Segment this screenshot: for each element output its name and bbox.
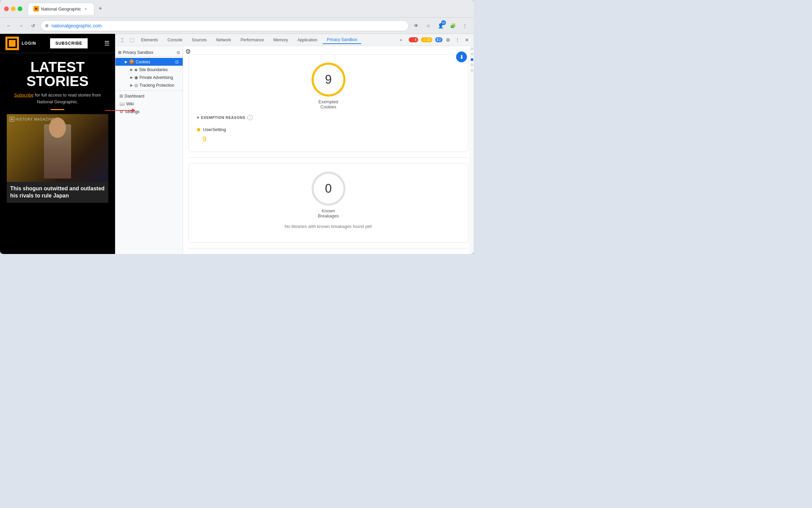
sidebar-item-wiki[interactable]: 📖 Wiki [115,100,183,108]
user-setting-dot [197,128,200,131]
section-divider [188,157,468,158]
private-advertising-expand-icon: ▶ [130,76,133,79]
devtools-settings-icon[interactable]: ⚙ [444,36,452,44]
devtools-dock-icon[interactable]: ⋮ [453,36,461,44]
tab-close-button[interactable]: × [83,6,89,12]
sidebar-separator [115,90,183,91]
url-display: nationalgeographic.com [51,23,102,28]
tab-bar: N National Geographic × + [28,3,470,15]
user-setting-value: 9 [197,135,460,144]
omnibox-icons: 👁 ☆ 👤 45 🧩 ⋮ [411,21,470,30]
forward-button[interactable]: → [16,21,26,30]
tab-privacy-sandbox[interactable]: Privacy Sandbox [323,36,361,44]
sidebar-pin-icon[interactable]: ⊙ [177,50,180,55]
browser-window: N National Geographic × + ← → ↺ ⊕ nation… [0,0,474,254]
new-tab-button[interactable]: + [96,4,105,14]
site-boundaries-icon: ◈ [134,67,138,72]
scroll-dot-2 [471,53,473,56]
filter-icon[interactable]: ⏼ [186,49,190,54]
login-button[interactable]: LOGIN [22,41,36,46]
private-advertising-icon: ◉ [134,75,138,80]
tracking-protection-label: Tracking Protection [139,83,174,88]
section-divider-2 [188,248,468,249]
extensions-icon[interactable]: 🧩 [448,21,457,30]
story-title: This shogun outwitted and outlasted his … [10,185,105,199]
minimize-traffic-light[interactable] [11,6,16,11]
back-button[interactable]: ← [4,21,14,30]
tab-performance[interactable]: Performance [236,36,268,44]
eye-icon[interactable]: 👁 [411,21,421,30]
sidebar-item-private-advertising[interactable]: ▶ ◉ Private Advertising [115,73,183,81]
wiki-label: Wiki [126,102,134,106]
info-icon[interactable]: i [247,115,253,120]
cookies-select-icon[interactable]: ⊡ [175,60,179,64]
scroll-indicators [470,46,474,254]
site-boundaries-expand-icon: ▶ [130,68,133,71]
active-tab[interactable]: N National Geographic × [28,3,94,15]
exemption-title: EXEMPTION REASONS [201,115,245,120]
story-card[interactable]: 🏛 HISTORY MAGAZINE This shogun outwitted… [7,114,108,203]
maximize-traffic-light[interactable] [18,6,22,11]
tracking-protection-icon: ◎ [134,83,138,88]
refresh-button[interactable]: ↺ [28,21,38,30]
subtext-suffix: for full access to read stories from Nat… [35,92,101,104]
latest-stories: LATEST STORIES Subscribe for full access… [7,60,108,110]
tab-favicon: N [33,6,39,12]
info-badge: ℹ 2 [435,37,443,42]
omnibox-bar: ← → ↺ ⊕ nationalgeographic.com 👁 ☆ 👤 45 … [0,18,474,34]
scroll-dot-3 [471,58,473,61]
devtools-cursor-icon[interactable]: ⌶ [118,36,126,44]
exempted-cookies-circle: 9 [312,63,345,97]
collapse-button[interactable]: ▾ [197,115,199,120]
tab-console[interactable]: Console [163,36,186,44]
error-badge: ✕ 4 [409,37,418,42]
tab-application[interactable]: Application [293,36,321,44]
sidebar-item-dashboard[interactable]: ⊞ Dashboard [115,92,183,100]
more-menu-button[interactable]: ⋮ [460,21,470,30]
more-tabs-button[interactable]: » [396,36,406,44]
tab-sources[interactable]: Sources [188,36,211,44]
story-tag: 🏛 HISTORY MAGAZINE [9,117,54,122]
exempted-cookies-card: 9 Exempted Cookies ▾ EXEMPTION REASO [188,54,468,152]
scroll-dot-5 [471,69,473,72]
sidebar-top-icon: ⊞ [118,50,121,55]
download-icon: ⬇ [459,54,464,60]
subscribe-cta: Subscribe for full access to read storie… [7,92,108,105]
omnibox[interactable]: ⊕ nationalgeographic.com [41,20,409,31]
private-advertising-label: Private Advertising [139,75,173,80]
devtools-inspector-icon[interactable]: ⬚ [128,36,136,44]
close-traffic-light[interactable] [4,6,9,11]
subscribe-button[interactable]: SUBSCRIBE [50,38,88,48]
sidebar-item-tracking-protection[interactable]: ▶ ◎ Tracking Protection [115,81,183,89]
menu-toggle[interactable]: ☰ [104,40,110,47]
download-button[interactable]: ⬇ [456,51,467,62]
exemption-reasons-section: ▾ EXEMPTION REASONS i UserSetting 9 [197,115,460,144]
profile-icon[interactable]: 👤 45 [436,21,445,30]
wiki-icon: 📖 [119,101,125,106]
main-area: LOGIN SUBSCRIBE ☰ LATEST STORIES Subscri… [0,34,474,254]
figure-head [49,118,66,138]
headline-line2: STORIES [26,73,89,89]
tab-memory[interactable]: Memory [269,36,292,44]
tab-elements[interactable]: Elements [137,36,162,44]
known-breakages-label: Known Breakages [318,208,339,218]
bookmark-icon[interactable]: ☆ [424,21,433,30]
cookies-icon: 🍪 [129,59,134,64]
arrow-shaft [105,110,132,111]
sidebar-item-site-boundaries[interactable]: ▶ ◈ Site Boundaries [115,66,183,73]
devtools-sidebar: ⊞ Privacy Sandbox ⊙ ▶ 🍪 Cookies ⊡ ▶ ◈ [115,46,183,254]
exempted-cookies-metric: 9 Exempted Cookies [197,63,460,109]
favicon-letter: N [35,7,38,10]
known-breakages-value: 0 [325,182,332,196]
devtools-close-icon[interactable]: ✕ [463,36,471,44]
story-tag-label: HISTORY MAGAZINE [16,118,54,121]
subscribe-link[interactable]: Subscribe [14,92,34,98]
sidebar-item-cookies[interactable]: ▶ 🍪 Cookies ⊡ [115,58,183,66]
tab-network[interactable]: Network [212,36,235,44]
devtools-tabs: ⌶ ⬚ Elements Console Sources Network Per… [115,34,474,46]
annotation-arrow [105,108,135,112]
devtools-main: ⏼ 9 Exempted Cookies [183,46,474,254]
ng-logo [5,37,19,50]
story-text: This shogun outwitted and outlasted his … [7,182,108,203]
user-setting-label: UserSetting [203,127,226,132]
